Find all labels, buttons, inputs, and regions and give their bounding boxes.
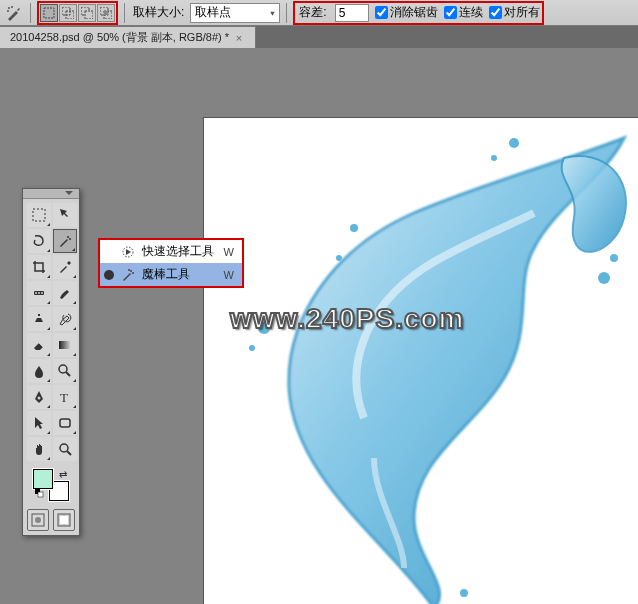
magic-wand-icon	[120, 267, 136, 283]
flyout-active-indicator	[104, 247, 114, 257]
hand-tool[interactable]	[27, 437, 51, 461]
selection-subtract-button[interactable]	[78, 4, 96, 22]
sample-size-select[interactable]: 取样点	[190, 3, 280, 23]
svg-rect-10	[104, 11, 108, 15]
document-canvas[interactable]	[204, 118, 638, 604]
antialias-checkbox[interactable]: 消除锯齿	[375, 4, 438, 21]
sample-size-value: 取样点	[195, 4, 231, 21]
type-tool[interactable]: T	[53, 385, 77, 409]
selection-new-button[interactable]	[40, 4, 58, 22]
eyedropper-tool[interactable]	[53, 255, 77, 279]
divider	[286, 3, 287, 23]
zoom-tool[interactable]	[53, 437, 77, 461]
document-tab[interactable]: 20104258.psd @ 50% (背景 副本, RGB/8#) * ×	[0, 26, 256, 48]
marquee-tool[interactable]	[27, 203, 51, 227]
flyout-item-quick-select[interactable]: 快速选择工具 W	[100, 240, 242, 263]
contiguous-checkbox[interactable]: 连续	[444, 4, 483, 21]
flyout-item-magic-wand[interactable]: 魔棒工具 W	[100, 263, 242, 286]
move-tool[interactable]	[53, 203, 77, 227]
document-tab-bar: 20104258.psd @ 50% (背景 副本, RGB/8#) * ×	[0, 26, 638, 48]
crop-tool[interactable]	[27, 255, 51, 279]
svg-rect-31	[59, 341, 71, 349]
tool-grid: T	[23, 199, 79, 465]
eraser-tool[interactable]	[27, 333, 51, 357]
lasso-tool[interactable]	[27, 229, 51, 253]
magic-wand-tool[interactable]	[53, 229, 77, 253]
flyout-active-indicator	[104, 270, 114, 280]
standard-mode-button[interactable]	[27, 509, 49, 531]
tolerance-options-group: 容差: 消除锯齿 连续 对所有	[293, 1, 543, 25]
brush-tool[interactable]	[53, 281, 77, 305]
workspace: www.240PS.com 快速选择工具 W 魔棒工具 W	[0, 48, 638, 604]
svg-point-21	[130, 270, 132, 272]
svg-point-18	[336, 255, 342, 261]
tool-panel: T ⇄	[22, 188, 80, 536]
svg-point-30	[41, 292, 43, 294]
svg-point-19	[460, 589, 468, 597]
history-brush-tool[interactable]	[53, 307, 77, 331]
svg-rect-24	[33, 209, 45, 221]
tool-flyout-menu: 快速选择工具 W 魔棒工具 W	[98, 238, 244, 288]
path-select-tool[interactable]	[27, 411, 51, 435]
tool-panel-header[interactable]	[23, 189, 79, 199]
all-layers-label: 对所有	[504, 4, 540, 21]
contiguous-label: 连续	[459, 4, 483, 21]
svg-point-13	[509, 138, 519, 148]
quick-select-icon	[120, 244, 136, 260]
shape-tool[interactable]	[53, 411, 77, 435]
svg-point-26	[69, 238, 71, 240]
flyout-label: 快速选择工具	[142, 243, 214, 260]
svg-rect-7	[85, 11, 93, 19]
svg-point-25	[67, 236, 69, 238]
water-splash-image	[204, 118, 638, 604]
svg-point-28	[35, 292, 37, 294]
watermark-text: www.240PS.com	[230, 303, 465, 335]
svg-point-22	[132, 272, 134, 274]
blur-tool[interactable]	[27, 359, 51, 383]
foreground-color-swatch[interactable]	[33, 469, 53, 489]
pen-tool[interactable]	[27, 385, 51, 409]
close-icon[interactable]: ×	[233, 32, 245, 44]
sample-size-label: 取样大小:	[133, 4, 184, 21]
svg-point-36	[60, 444, 68, 452]
antialias-label: 消除锯齿	[390, 4, 438, 21]
dodge-tool[interactable]	[53, 359, 77, 383]
svg-point-1	[11, 6, 13, 8]
color-swatch-row: ⇄	[23, 465, 79, 505]
document-tab-title: 20104258.psd @ 50% (背景 副本, RGB/8#) *	[10, 30, 229, 45]
svg-point-16	[598, 272, 610, 284]
quick-mask-button[interactable]	[53, 509, 75, 531]
svg-rect-38	[38, 492, 43, 497]
flyout-label: 魔棒工具	[142, 266, 214, 283]
svg-point-32	[59, 365, 67, 373]
spot-heal-tool[interactable]	[27, 281, 51, 305]
svg-point-17	[350, 224, 358, 232]
flyout-shortcut: W	[220, 269, 234, 281]
selection-mode-group	[37, 1, 118, 25]
svg-point-2	[7, 10, 9, 12]
reset-colors-icon[interactable]	[35, 489, 45, 499]
svg-rect-35	[60, 419, 70, 427]
svg-text:T: T	[60, 390, 68, 405]
svg-rect-3	[44, 8, 54, 18]
selection-add-button[interactable]	[59, 4, 77, 22]
svg-point-0	[8, 7, 10, 9]
flyout-shortcut: W	[220, 246, 234, 258]
selection-intersect-button[interactable]	[97, 4, 115, 22]
clone-stamp-tool[interactable]	[27, 307, 51, 331]
svg-point-40	[35, 517, 41, 523]
gradient-tool[interactable]	[53, 333, 77, 357]
svg-point-33	[38, 397, 41, 400]
svg-point-29	[38, 292, 40, 294]
current-tool-icon	[4, 3, 24, 23]
swap-colors-icon[interactable]: ⇄	[59, 469, 67, 480]
mask-mode-row	[23, 505, 79, 535]
svg-point-15	[610, 254, 618, 262]
all-layers-checkbox[interactable]: 对所有	[489, 4, 540, 21]
option-bar: 取样大小: 取样点 容差: 消除锯齿 连续 对所有	[0, 0, 638, 26]
svg-point-14	[491, 155, 497, 161]
tolerance-label: 容差:	[299, 4, 326, 21]
tolerance-input[interactable]	[335, 4, 369, 22]
divider	[124, 3, 125, 23]
svg-rect-42	[60, 516, 68, 524]
